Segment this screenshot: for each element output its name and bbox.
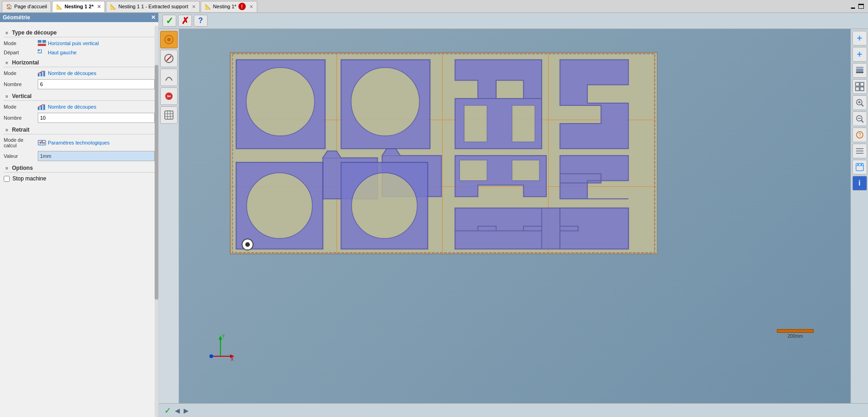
field-mode-calcul: Mode de calcul Paramètres technologiques [4,137,155,148]
value-mode-horizontal: Nombre de découpes [38,70,155,76]
panel-scrollbar[interactable] [155,26,158,417]
list-btn[interactable] [852,144,867,158]
label-nombre-horizontal: Nombre [4,81,36,87]
warning-badge: ! [238,3,246,10]
label-mode-calcul: Mode de calcul [4,137,36,148]
cursor-tool-btn[interactable] [160,31,178,48]
tab-bar-controls: 🗕 🗖 [850,3,868,10]
svg-rect-63 [860,87,864,91]
svg-rect-78 [857,164,859,166]
cancel-button[interactable]: ✗ [178,15,192,27]
help-button[interactable]: ? [194,15,208,27]
section-vertical: ≡ Vertical [4,93,155,101]
tab-nesting1[interactable]: 📐 Nesting 1* ! ✕ [201,1,257,12]
link-haut-gauche[interactable]: Haut gauche [38,49,76,56]
nesting-icon-2: 📐 [110,3,116,10]
svg-rect-61 [860,82,864,86]
input-valeur-retrait[interactable] [38,151,155,161]
nesting-icon-1: 📐 [56,3,63,10]
label-valeur: Valeur [4,153,36,159]
section-icon-horizontal: ≡ [4,59,10,66]
home-icon: 🏠 [6,3,12,10]
link-nombre-decoupes-h[interactable]: Nombre de découpes [38,70,96,76]
action-toolbar: ✓ ✗ ? [159,13,868,29]
line-tool-btn[interactable] [160,69,178,86]
field-mode-horizontal: Mode Nombre de découpes [4,70,155,76]
pan-btn[interactable]: ? [852,127,867,142]
cut-tool-btn[interactable]: ✂ [160,87,178,105]
tab-close-2[interactable]: ✕ [192,4,196,9]
value-nombre-horizontal[interactable] [38,79,155,89]
zoom-btn-2[interactable]: + [852,47,867,62]
svg-point-16 [167,38,171,41]
tab-nesting12[interactable]: 📐 Nesting 1 2* ✕ [52,1,105,12]
value-nombre-vertical[interactable] [38,113,155,123]
svg-rect-1 [42,40,46,43]
svg-rect-12 [40,142,41,144]
link-parametres-techno[interactable]: Paramètres technologiques [38,139,110,146]
value-mode-decoupe: Horizontal puis vertical [38,40,155,46]
layers-icon [855,66,864,75]
svg-text:Y: Y [222,334,225,339]
svg-point-49 [245,242,250,247]
panel-close-btn[interactable]: ✕ [151,14,156,21]
part-8 [560,156,629,199]
status-nav-next[interactable]: ▶ [184,407,189,414]
checkbox-stop-machine: Stop machine [4,175,155,182]
status-bar: ✓ ◀ ▶ [159,403,868,417]
section-horizontal: ≡ Horizontal [4,59,155,67]
info-btn[interactable]: i [852,176,867,191]
search-plus-btn[interactable] [852,95,867,110]
svg-rect-5 [38,74,40,76]
link-horizontal-vertical[interactable]: Horizontal puis vertical [38,40,99,46]
svg-rect-57 [856,71,863,73]
status-nav-prev[interactable]: ◀ [175,407,180,414]
scale-line [777,329,814,333]
panel-title: Géométrie [3,14,30,21]
svg-text:✂: ✂ [167,94,171,99]
line-tool-icon [164,72,174,82]
tab-nesting11[interactable]: 📐 Nesting 1 1 - Extracted support ✕ [106,1,200,12]
input-nombre-horizontal[interactable] [38,79,155,89]
status-check: ✓ [164,405,171,416]
svg-rect-59 [856,67,863,69]
left-toolbar: ✂ [159,29,179,403]
settings-icon [855,162,864,172]
svg-rect-58 [856,69,863,71]
svg-rect-60 [856,82,859,86]
parametres-techno-icon [38,139,46,146]
scale-label: 200mm [787,334,803,339]
window-maximize[interactable]: 🗖 [858,3,864,10]
link-nombre-decoupes-v[interactable]: Nombre de découpes [38,104,96,110]
grid-view-icon [164,110,174,120]
svg-text:X: X [231,357,234,361]
confirm-button[interactable]: ✓ [162,15,176,27]
window-minimize[interactable]: 🗕 [850,3,856,10]
grid-view-btn[interactable] [160,106,178,124]
value-valeur[interactable] [38,151,155,161]
panel-scroll-thumb[interactable] [155,65,158,300]
grid-btn[interactable] [852,79,867,94]
zoom-in-btn[interactable]: + [852,31,867,46]
search-minus-btn[interactable] [852,111,867,126]
nesting-canvas [230,52,658,255]
scale-bar: 200mm [777,329,814,339]
section-icon-retrait: ≡ [4,127,10,133]
grid-icon [855,82,864,91]
svg-point-56 [209,354,213,358]
svg-rect-37 [460,160,487,181]
arc-tool-btn[interactable] [160,50,178,67]
svg-rect-6 [41,72,42,76]
input-nombre-vertical[interactable] [38,113,155,123]
tab-close-3[interactable]: ✕ [249,4,253,9]
svg-rect-62 [856,87,859,91]
tab-close-1[interactable]: ✕ [97,4,101,9]
tab-home[interactable]: 🏠 Page d'accueil [2,1,51,12]
canvas-area[interactable]: 200mm Y X [179,29,851,403]
layers-btn[interactable] [852,63,867,78]
section-icon-vertical: ≡ [4,93,10,99]
checkbox-stop-machine-input[interactable] [4,176,10,182]
label-mode-vertical: Mode [4,104,36,110]
svg-rect-14 [43,142,45,144]
settings-btn[interactable] [852,160,867,174]
